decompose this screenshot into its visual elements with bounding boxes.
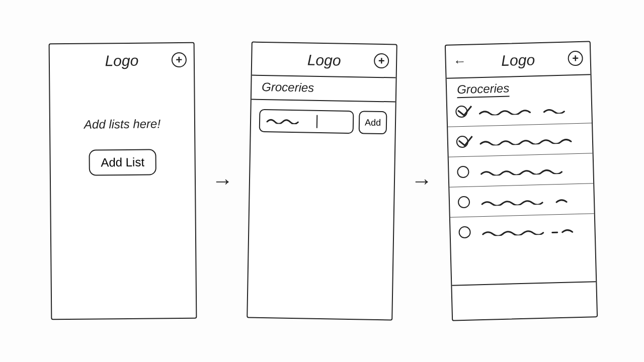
screen-empty-state: Logo + Add lists here! Add List <box>49 42 197 320</box>
topbar: Logo + <box>50 43 194 77</box>
logo: Logo <box>501 51 535 69</box>
item-text-placeholder <box>477 227 586 235</box>
item-checkbox[interactable] <box>457 165 469 178</box>
back-arrow-icon[interactable]: ← <box>453 53 466 69</box>
item-checkbox[interactable] <box>458 226 471 239</box>
add-item-row: Add <box>251 100 395 144</box>
plus-glyph: + <box>378 55 385 66</box>
list-title: Groceries <box>252 76 396 103</box>
empty-state-body: Add lists here! Add List <box>50 76 196 319</box>
list-item[interactable] <box>448 123 592 157</box>
item-text-placeholder <box>474 106 583 114</box>
plus-glyph: + <box>572 53 579 64</box>
add-icon[interactable]: + <box>374 53 389 69</box>
list-item[interactable] <box>449 184 594 217</box>
plus-glyph: + <box>176 54 182 65</box>
item-text-placeholder <box>475 136 584 144</box>
empty-prompt-text: Add lists here! <box>84 117 160 131</box>
item-checkbox[interactable] <box>455 105 468 118</box>
text-cursor-icon <box>316 115 317 128</box>
item-text-placeholder <box>476 166 585 174</box>
flow-arrow-icon: → <box>212 169 233 193</box>
screen-list-detail: ← Logo + Groceries <box>445 41 598 321</box>
add-list-button[interactable]: Add List <box>89 149 156 175</box>
topbar: Logo + <box>252 43 396 78</box>
topbar: ← Logo + <box>446 42 591 78</box>
list-item[interactable] <box>449 153 593 187</box>
placeholder-squiggle-icon <box>266 118 314 125</box>
logo: Logo <box>105 52 138 70</box>
logo: Logo <box>307 51 341 69</box>
item-text-placeholder <box>477 196 586 204</box>
add-item-button[interactable]: Add <box>359 111 387 134</box>
item-checkbox[interactable] <box>456 135 469 148</box>
item-checkbox[interactable] <box>458 196 470 208</box>
screen-new-list: Logo + Groceries Add <box>247 42 397 321</box>
add-icon[interactable]: + <box>172 52 187 67</box>
footer-area <box>452 281 597 320</box>
item-list <box>447 93 596 285</box>
item-name-input[interactable] <box>259 109 354 134</box>
flow-arrow-icon: → <box>411 169 432 193</box>
add-icon[interactable]: + <box>568 51 583 66</box>
list-item[interactable] <box>450 214 595 247</box>
list-item[interactable] <box>447 93 592 127</box>
